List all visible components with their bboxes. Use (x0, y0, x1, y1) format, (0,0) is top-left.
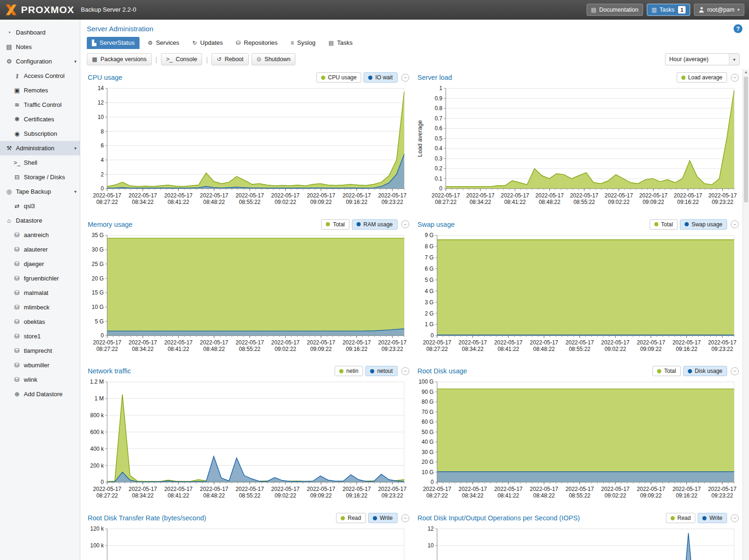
tab-syslog[interactable]: ≡Syslog (286, 37, 321, 49)
legend-button-read[interactable]: Read (666, 513, 696, 523)
svg-text:9 G: 9 G (425, 232, 434, 238)
svg-text:2022-05-17: 2022-05-17 (307, 192, 336, 199)
timeframe-select[interactable]: Hour (average) ▾ (665, 53, 740, 65)
sidebar-item-access-control[interactable]: ⚷Access Control (0, 69, 80, 83)
legend-button-ram-usage[interactable]: RAM usage (352, 219, 398, 230)
sidebar-item-aantreich[interactable]: ⛁aantreich (0, 228, 80, 242)
sidebar-item-wlink[interactable]: ⛁wlink (0, 372, 80, 387)
tab-services[interactable]: ⚙Services (142, 37, 184, 49)
collapse-icon[interactable]: − (731, 367, 739, 375)
tab-updates[interactable]: ↻Updates (187, 37, 228, 49)
svg-text:08:27:22: 08:27:22 (96, 493, 118, 499)
sidebar-item-tape-backup[interactable]: ◎Tape Backup▾ (0, 184, 80, 199)
tab-label: Services (156, 39, 179, 46)
documentation-button[interactable]: ▤ Documentation (587, 4, 643, 16)
collapse-icon[interactable]: − (731, 220, 739, 228)
svg-text:08:34:22: 08:34:22 (132, 199, 154, 205)
svg-text:200 k: 200 k (90, 462, 104, 469)
sidebar-item-alauterer[interactable]: ⛁alauterer (0, 242, 80, 257)
legend-button-read[interactable]: Read (336, 513, 366, 523)
svg-text:50 G: 50 G (421, 429, 434, 435)
collapse-icon[interactable]: − (401, 74, 409, 82)
svg-text:08:27:22: 08:27:22 (426, 346, 448, 352)
chevron-down-icon[interactable]: ▾ (74, 59, 77, 64)
legend-button-write[interactable]: Write (368, 513, 398, 523)
scroll-up-arrow[interactable]: ▲ (743, 69, 749, 76)
chart-panel-root-disk-usage: Root Disk usageTotalDisk usage−010 G20 G… (414, 364, 740, 504)
sidebar-item-notes[interactable]: ▤Notes (0, 40, 80, 54)
legend-button-swap-usage[interactable]: Swap usage (680, 219, 727, 230)
legend-button-io-wait[interactable]: IO wait (364, 72, 397, 83)
chevron-down-icon[interactable]: ▾ (74, 189, 77, 194)
legend-button-disk-usage[interactable]: Disk usage (683, 366, 727, 376)
legend-button-netin[interactable]: netin (335, 366, 363, 376)
legend-label: Read (678, 515, 691, 521)
collapse-icon[interactable]: − (401, 514, 409, 522)
legend-dot-green (341, 516, 345, 520)
package-versions-button[interactable]: ▦Package versions (87, 53, 152, 65)
sidebar-item-label: Remotes (24, 87, 48, 94)
collapse-icon[interactable]: − (731, 514, 739, 522)
chart-panel-header: Root Disk usageTotalDisk usage− (414, 364, 740, 378)
sidebar-item-subscription[interactable]: ◉Subscription (0, 126, 80, 141)
sidebar-item-label: Shell (24, 159, 37, 166)
legend-dot-blue (688, 369, 692, 373)
legend-button-total[interactable]: Total (652, 366, 680, 376)
sidebar-item-shell[interactable]: >_Shell (0, 155, 80, 170)
scrollbar-thumb[interactable] (744, 77, 748, 203)
tasks-label: Tasks (659, 7, 674, 13)
sidebar-item-traffic-control[interactable]: ≋Traffic Control (0, 98, 80, 112)
sidebar-item-djaeger[interactable]: ⛁djaeger (0, 257, 80, 271)
console-button[interactable]: >_Console (161, 53, 203, 65)
tasks-button[interactable]: ▥ Tasks 1 (647, 4, 690, 16)
sidebar-item-remotes[interactable]: ▣Remotes (0, 83, 80, 98)
sidebar-item-store1[interactable]: ⛁store1 (0, 329, 80, 343)
user-menu-button[interactable]: root@pam ▾ (694, 4, 744, 16)
svg-text:09:02:22: 09:02:22 (274, 199, 296, 205)
legend-button-write[interactable]: Write (698, 513, 727, 523)
sidebar-item-certificates[interactable]: ❃Certificates (0, 112, 80, 126)
sidebar-item-add-datastore[interactable]: ⊕Add Datastore (0, 387, 80, 401)
legend-button-total[interactable]: Total (650, 219, 678, 230)
svg-text:09:23:22: 09:23:22 (711, 493, 733, 499)
collapse-icon[interactable]: − (731, 74, 739, 82)
sidebar-item-administration[interactable]: ⚒Administration▾ (0, 141, 80, 155)
sidebar-item-configuration[interactable]: ⚙Configuration▾ (0, 54, 80, 69)
certificates-icon: ❃ (13, 116, 21, 123)
sidebar-item-label: mlimbeck (24, 304, 49, 311)
sidebar-item-datastore[interactable]: ⌂Datastore (0, 213, 80, 228)
svg-text:08:41:22: 08:41:22 (504, 199, 525, 205)
legend-button-total[interactable]: Total (321, 219, 349, 230)
sidebar-item-tlamprecht[interactable]: ⛁tlamprecht (0, 343, 80, 358)
tab-repositories[interactable]: ⛁Repositories (231, 37, 283, 49)
svg-text:08:48:22: 08:48:22 (533, 346, 554, 352)
sidebar-item-dashboard[interactable]: ◔Dashboard (0, 25, 80, 40)
svg-text:0: 0 (430, 332, 434, 339)
chevron-down-icon[interactable]: ▾ (74, 146, 77, 151)
reboot-button[interactable]: ↺Reboot (211, 53, 248, 65)
sidebar-item-mlimbeck[interactable]: ⛁mlimbeck (0, 300, 80, 315)
legend-button-netout[interactable]: netout (365, 366, 397, 376)
sidebar-item-obektas[interactable]: ⛁obektas (0, 315, 80, 329)
vertical-scrollbar[interactable]: ▲ (742, 69, 749, 560)
legend-button-load-average[interactable]: Load average (677, 72, 727, 83)
svg-text:09:02:22: 09:02:22 (274, 346, 296, 352)
sidebar-item-malmalat[interactable]: ⛁malmalat (0, 286, 80, 300)
shutdown-button[interactable]: ⊙Shutdown (252, 53, 296, 65)
sidebar-item-label: store1 (24, 333, 41, 340)
combo-caret-icon[interactable]: ▾ (729, 54, 739, 65)
svg-text:09:16:22: 09:16:22 (676, 493, 697, 499)
sidebar-item-qsl3[interactable]: ⇄qsl3 (0, 199, 80, 213)
help-button[interactable]: ? (734, 24, 742, 33)
legend-dot-green (657, 369, 661, 373)
legend-button-cpu-usage[interactable]: CPU usage (316, 72, 361, 83)
collapse-icon[interactable]: − (401, 220, 409, 228)
sidebar-item-fgruenbichler[interactable]: ⛁fgruenbichler (0, 271, 80, 286)
svg-text:2022-05-17: 2022-05-17 (708, 339, 736, 346)
sidebar-item-storage-disks[interactable]: ⊟Storage / Disks (0, 170, 80, 184)
sidebar-item-wbumiller[interactable]: ⛁wbumiller (0, 358, 80, 372)
tab-tasks[interactable]: ▤Tasks (323, 37, 358, 49)
brand-text: PROXMOX (21, 4, 74, 15)
tab-serverstatus[interactable]: ▙ServerStatus (87, 37, 140, 49)
collapse-icon[interactable]: − (401, 367, 409, 375)
